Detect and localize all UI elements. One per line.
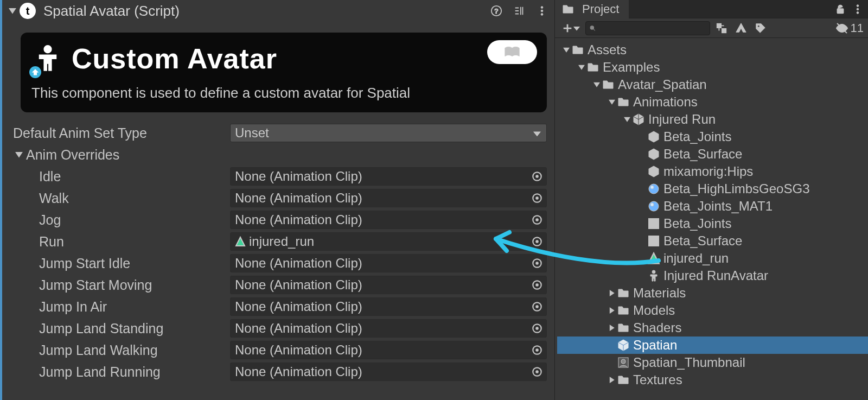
project-tree[interactable]: AssetsExamplesAvatar_SpatianAnimationsIn… bbox=[555, 38, 868, 389]
override-label: Run bbox=[13, 234, 230, 250]
tree-item[interactable]: Beta_Joints bbox=[557, 128, 868, 145]
override-object-field[interactable]: None (Animation Clip) bbox=[230, 297, 547, 316]
object-picker-icon[interactable] bbox=[531, 344, 543, 356]
svg-point-41 bbox=[652, 270, 655, 274]
tree-item[interactable]: injured_run bbox=[557, 250, 868, 267]
override-object-field[interactable]: None (Animation Clip) bbox=[230, 189, 547, 207]
override-object-field[interactable]: None (Animation Clip) bbox=[230, 254, 547, 272]
anim-overrides-foldout[interactable]: Anim Overrides bbox=[13, 144, 547, 166]
anim-overrides-label: Anim Overrides bbox=[26, 147, 119, 163]
tree-item[interactable]: Beta_Joints bbox=[557, 215, 868, 232]
hidden-items-count[interactable]: 11 bbox=[835, 21, 864, 35]
prefab-icon bbox=[617, 339, 630, 352]
object-picker-icon[interactable] bbox=[531, 192, 543, 204]
override-value: None (Animation Clip) bbox=[235, 321, 362, 336]
override-row: WalkNone (Animation Clip) bbox=[13, 187, 547, 209]
project-search-input[interactable] bbox=[599, 23, 706, 33]
object-picker-icon[interactable] bbox=[531, 214, 543, 226]
component-header[interactable]: t Spatial Avatar (Script) ? bbox=[2, 0, 554, 22]
object-picker-icon[interactable] bbox=[531, 301, 543, 313]
tree-foldout-icon[interactable] bbox=[607, 290, 617, 296]
tree-item[interactable]: Textures bbox=[557, 371, 868, 389]
tree-foldout-icon[interactable] bbox=[607, 307, 617, 314]
object-picker-icon[interactable] bbox=[531, 257, 543, 269]
object-picker-icon[interactable] bbox=[531, 366, 543, 378]
override-object-field[interactable]: None (Animation Clip) bbox=[230, 211, 547, 229]
create-button[interactable] bbox=[559, 22, 582, 34]
override-object-field[interactable]: None (Animation Clip) bbox=[230, 319, 547, 338]
override-label: Jog bbox=[13, 212, 230, 228]
mat-icon bbox=[647, 200, 660, 213]
tree-item[interactable]: Shaders bbox=[557, 319, 868, 336]
override-value: None (Animation Clip) bbox=[235, 299, 362, 314]
component-foldout-icon[interactable] bbox=[8, 6, 17, 16]
object-picker-icon[interactable] bbox=[531, 170, 543, 182]
documentation-button[interactable] bbox=[487, 40, 537, 64]
default-anim-set-dropdown[interactable]: Unset bbox=[230, 124, 547, 142]
tree-item-label: Spatian bbox=[633, 338, 677, 353]
search-scope-icon[interactable] bbox=[713, 22, 730, 34]
help-icon[interactable]: ? bbox=[489, 4, 503, 18]
override-object-field[interactable]: None (Animation Clip) bbox=[230, 341, 547, 359]
override-row: Jump Land RunningNone (Animation Clip) bbox=[13, 361, 547, 383]
override-label: Idle bbox=[13, 169, 230, 185]
tree-item-label: Beta_Joints bbox=[663, 216, 731, 231]
tree-item[interactable]: Beta_Surface bbox=[557, 145, 868, 163]
object-picker-icon[interactable] bbox=[531, 279, 543, 291]
tree-item[interactable]: Assets bbox=[557, 41, 868, 59]
kebab-menu-icon[interactable] bbox=[852, 3, 864, 15]
svg-point-28 bbox=[857, 8, 859, 10]
override-label: Jump Land Running bbox=[13, 364, 230, 380]
tree-item-label: Beta_HighLimbsGeoSG3 bbox=[663, 181, 809, 196]
tree-item[interactable]: Avatar_Spatian bbox=[557, 76, 868, 93]
upload-badge-icon bbox=[29, 66, 41, 78]
tree-item[interactable]: Examples bbox=[557, 59, 868, 76]
tree-item[interactable]: Models bbox=[557, 302, 868, 319]
tree-item[interactable]: Injured Run bbox=[557, 111, 868, 128]
tree-item[interactable]: mixamorig:Hips bbox=[557, 163, 868, 180]
tree-foldout-icon[interactable] bbox=[577, 64, 586, 71]
preset-icon[interactable] bbox=[512, 4, 526, 18]
project-search[interactable] bbox=[585, 21, 710, 35]
tree-foldout-icon[interactable] bbox=[607, 377, 617, 383]
tree-item[interactable]: Spatian_Thumbnail bbox=[557, 354, 868, 371]
filter-type-icon[interactable] bbox=[733, 22, 749, 34]
model-icon bbox=[632, 113, 645, 126]
svg-point-9 bbox=[536, 197, 538, 199]
filter-label-icon[interactable] bbox=[752, 22, 769, 34]
lock-icon[interactable] bbox=[834, 3, 846, 15]
folder-icon bbox=[617, 321, 630, 334]
mat-icon bbox=[647, 182, 660, 195]
tree-item-label: Materials bbox=[633, 285, 686, 301]
override-object-field[interactable]: None (Animation Clip) bbox=[230, 276, 547, 294]
tree-foldout-icon[interactable] bbox=[607, 325, 617, 331]
tree-item-label: Beta_Surface bbox=[663, 233, 742, 249]
tree-foldout-icon[interactable] bbox=[561, 47, 571, 53]
tree-item[interactable]: Animations bbox=[557, 93, 868, 111]
svg-point-30 bbox=[590, 26, 593, 29]
tree-foldout-icon[interactable] bbox=[622, 116, 632, 123]
svg-rect-40 bbox=[649, 236, 659, 246]
tree-item[interactable]: Injured RunAvatar bbox=[557, 267, 868, 284]
svg-rect-31 bbox=[717, 23, 721, 27]
tree-item[interactable]: Beta_Surface bbox=[557, 232, 868, 250]
tree-foldout-icon[interactable] bbox=[592, 81, 602, 88]
override-label: Jump Land Walking bbox=[13, 342, 230, 358]
override-row: Jump Land WalkingNone (Animation Clip) bbox=[13, 339, 547, 361]
tree-item[interactable]: Spatian bbox=[557, 336, 868, 354]
tree-foldout-icon[interactable] bbox=[607, 99, 617, 105]
svg-point-27 bbox=[857, 4, 859, 7]
override-object-field[interactable]: None (Animation Clip) bbox=[230, 363, 547, 381]
tree-item-label: Animations bbox=[633, 94, 698, 110]
foldout-icon bbox=[14, 150, 24, 160]
kebab-menu-icon[interactable] bbox=[535, 4, 549, 18]
object-picker-icon[interactable] bbox=[531, 236, 543, 247]
tree-item-label: mixamorig:Hips bbox=[663, 164, 753, 179]
override-object-field[interactable]: None (Animation Clip) bbox=[230, 167, 547, 186]
tree-item[interactable]: Beta_HighLimbsGeoSG3 bbox=[557, 180, 868, 198]
project-tab[interactable]: Project bbox=[555, 0, 629, 18]
object-picker-icon[interactable] bbox=[531, 322, 543, 334]
override-object-field[interactable]: injured_run bbox=[230, 232, 547, 251]
tree-item[interactable]: Beta_Joints_MAT1 bbox=[557, 198, 868, 215]
tree-item[interactable]: Materials bbox=[557, 284, 868, 302]
